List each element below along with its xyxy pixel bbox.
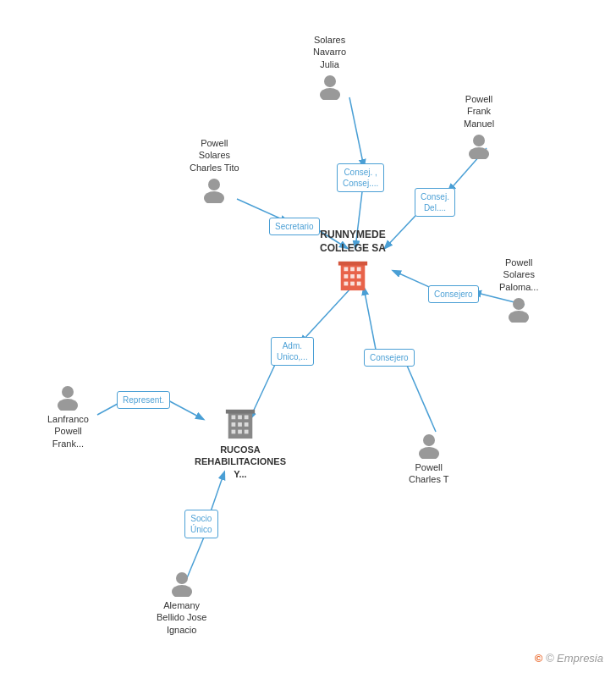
svg-point-49 xyxy=(58,399,78,411)
svg-rect-35 xyxy=(232,430,236,434)
svg-point-50 xyxy=(176,572,188,584)
svg-rect-32 xyxy=(232,422,236,427)
svg-point-40 xyxy=(473,135,485,146)
svg-rect-22 xyxy=(350,274,355,279)
svg-rect-18 xyxy=(344,268,349,272)
svg-point-46 xyxy=(423,434,435,446)
svg-point-41 xyxy=(469,147,489,159)
person-powell-charles-t-label: PowellCharles T xyxy=(409,461,448,486)
person-icon-alemany-bellido xyxy=(168,570,195,597)
svg-line-9 xyxy=(364,288,377,354)
person-icon-powell-charles-t xyxy=(415,432,443,459)
relation-socio-unico[interactable]: SocioÚnico xyxy=(184,510,218,538)
relation-consejero2[interactable]: Consejero xyxy=(364,349,415,367)
building-icon-runnymede xyxy=(338,258,368,292)
svg-rect-36 xyxy=(238,430,242,434)
person-powell-frank-label: PowellFrankManuel xyxy=(464,93,494,130)
svg-point-39 xyxy=(320,88,340,100)
company-rucosa[interactable]: RUCOSA REHABILITACIONES Y... xyxy=(195,406,286,480)
relation-consej-del[interactable]: Consej.Del.... xyxy=(415,188,455,217)
svg-point-51 xyxy=(172,585,192,597)
svg-line-10 xyxy=(300,288,351,343)
company-runnymede[interactable]: RUNNYMEDECOLLEGE SA xyxy=(320,229,386,292)
svg-rect-31 xyxy=(245,415,249,419)
person-lanfranco-powell: LanfrancoPowellFrank... xyxy=(47,383,89,452)
relation-secretario[interactable]: Secretario xyxy=(269,218,320,235)
watermark-text: © Empresia xyxy=(546,652,603,665)
person-icon-powell-solares-paloma xyxy=(505,295,532,323)
svg-rect-23 xyxy=(357,274,361,279)
person-powell-solares-charles: PowellSolaresCharles Tito xyxy=(190,137,239,203)
person-powell-charles-t: PowellCharles T xyxy=(409,432,448,488)
person-lanfranco-powell-label: LanfrancoPowellFrank... xyxy=(47,413,89,450)
svg-point-38 xyxy=(324,75,336,87)
svg-rect-26 xyxy=(357,282,361,286)
watermark: © © Empresia xyxy=(535,652,603,665)
company-runnymede-label: RUNNYMEDECOLLEGE SA xyxy=(320,229,386,255)
person-icon-powell-frank xyxy=(465,132,492,159)
watermark-copyright: © xyxy=(535,652,543,665)
svg-rect-20 xyxy=(357,268,361,272)
svg-point-47 xyxy=(419,447,439,459)
relation-adm-unico[interactable]: Adm.Unico,... xyxy=(271,337,314,366)
svg-point-44 xyxy=(513,298,525,310)
svg-rect-29 xyxy=(232,415,236,419)
relation-represent[interactable]: Represent. xyxy=(117,391,170,409)
svg-rect-25 xyxy=(350,282,355,286)
building-icon-rucosa xyxy=(225,406,256,440)
company-rucosa-label: RUCOSA REHABILITACIONES Y... xyxy=(195,444,286,480)
svg-rect-19 xyxy=(350,268,355,272)
person-powell-solares-paloma-label: PowellSolaresPaloma... xyxy=(499,257,538,293)
person-powell-frank: PowellFrankManuel xyxy=(464,93,494,159)
person-alemany-bellido-label: AlemanyBellido JoseIgnacio xyxy=(157,599,206,636)
diagram: RUNNYMEDECOLLEGE SA xyxy=(0,0,616,673)
person-icon-lanfranco-powell xyxy=(54,383,81,411)
person-icon-powell-solares-charles xyxy=(201,176,228,203)
svg-rect-24 xyxy=(344,282,349,286)
person-alemany-bellido: AlemanyBellido JoseIgnacio xyxy=(157,570,206,638)
svg-rect-17 xyxy=(338,262,367,266)
relation-consej-consej[interactable]: Consej. ,Consej.... xyxy=(337,163,384,192)
svg-line-0 xyxy=(349,97,364,167)
svg-rect-30 xyxy=(238,415,242,419)
svg-rect-34 xyxy=(245,422,249,427)
svg-point-45 xyxy=(509,311,529,323)
person-powell-solares-paloma: PowellSolaresPaloma... xyxy=(499,257,538,323)
svg-point-42 xyxy=(208,179,220,190)
relation-consejero1[interactable]: Consejero xyxy=(428,285,479,303)
svg-point-43 xyxy=(204,191,224,203)
svg-point-48 xyxy=(62,386,74,398)
person-solares-julia-label: SolaresNavarroJulia xyxy=(313,34,346,70)
svg-rect-33 xyxy=(238,422,242,427)
svg-rect-21 xyxy=(344,274,349,279)
svg-rect-37 xyxy=(245,430,249,434)
person-powell-solares-charles-label: PowellSolaresCharles Tito xyxy=(190,137,239,174)
person-icon-solares-julia xyxy=(316,73,344,100)
person-solares-julia: SolaresNavarroJulia xyxy=(313,34,346,100)
svg-rect-28 xyxy=(226,410,255,414)
